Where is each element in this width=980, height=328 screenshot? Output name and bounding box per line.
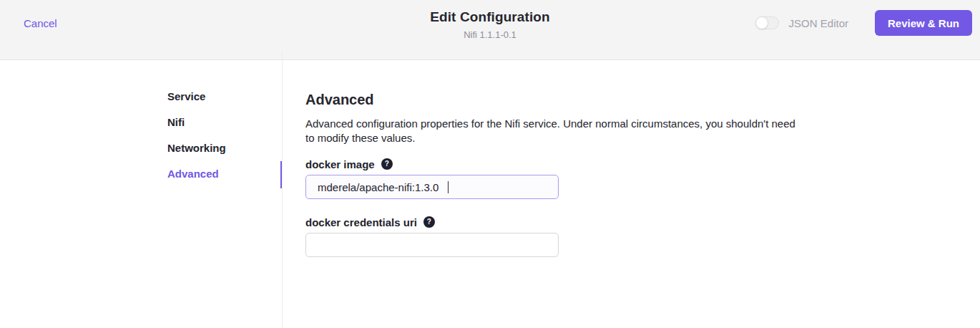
input-wrap: [305, 175, 559, 199]
page-subtitle: Nifi 1.1.1-0.1: [430, 29, 550, 40]
section-description: Advanced configuration properties for th…: [305, 117, 806, 145]
help-question-icon[interactable]: ?: [423, 216, 435, 228]
sidebar-item-nifi[interactable]: Nifi: [0, 110, 283, 135]
docker-credentials-uri-input[interactable]: [305, 233, 559, 257]
toggle-knob-icon: [755, 16, 768, 29]
section-heading: Advanced: [305, 92, 980, 108]
sidebar-nav: Service Nifi Networking Advanced: [0, 60, 283, 187]
json-editor-toggle[interactable]: [755, 16, 779, 29]
edit-configuration-screen: Cancel Edit Configuration Nifi 1.1.1-0.1…: [0, 0, 980, 328]
json-editor-label: JSON Editor: [789, 17, 848, 29]
help-question-icon[interactable]: ?: [381, 158, 393, 170]
main-content: Advanced Advanced configuration properti…: [305, 60, 980, 328]
review-and-run-button[interactable]: Review & Run: [875, 10, 972, 36]
sidebar-divider: [282, 50, 283, 328]
header: Cancel Edit Configuration Nifi 1.1.1-0.1…: [0, 0, 980, 60]
sidebar-item-label: Advanced: [167, 168, 219, 180]
docker-image-field-group: docker image ?: [305, 158, 980, 199]
docker-credentials-uri-label: docker credentials uri: [305, 216, 417, 228]
docker-image-input[interactable]: [305, 175, 559, 199]
sidebar-item-networking[interactable]: Networking: [0, 135, 283, 161]
cancel-button[interactable]: Cancel: [24, 17, 57, 29]
header-actions: JSON Editor Review & Run: [755, 10, 972, 36]
docker-credentials-field-group: docker credentials uri ?: [305, 216, 980, 257]
title-block: Edit Configuration Nifi 1.1.1-0.1: [430, 9, 550, 40]
sidebar-item-advanced[interactable]: Advanced: [0, 161, 283, 187]
sidebar: Service Nifi Networking Advanced: [0, 60, 283, 328]
docker-image-label: docker image: [305, 158, 375, 170]
sidebar-item-service[interactable]: Service: [0, 84, 283, 110]
page-title: Edit Configuration: [430, 9, 550, 25]
field-label-row: docker image ?: [305, 158, 980, 170]
field-label-row: docker credentials uri ?: [305, 216, 980, 228]
input-wrap: [305, 233, 559, 257]
